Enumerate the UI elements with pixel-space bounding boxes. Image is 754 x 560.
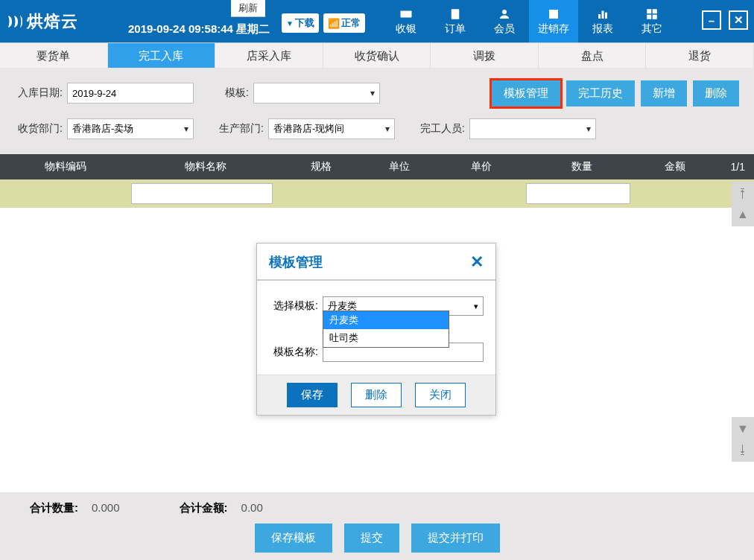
orders-icon: [448, 7, 463, 21]
history-button[interactable]: 完工历史: [566, 80, 635, 106]
svg-rect-4: [598, 14, 601, 19]
template-select[interactable]: [253, 83, 380, 104]
status-button[interactable]: 📶正常: [323, 13, 365, 33]
prod-dept-label: 生产部门:: [216, 122, 268, 136]
tab-return[interactable]: 退货: [646, 43, 754, 68]
scroll-up-group[interactable]: ⭱▲: [732, 182, 754, 226]
nav-reports[interactable]: 报表: [578, 0, 627, 42]
col-code: 物料编码: [0, 160, 131, 174]
footer-actions: 保存模板 提交 提交并打印: [0, 524, 754, 553]
svg-rect-8: [653, 9, 657, 13]
modal-dropdown: 丹麦类 吐司类: [323, 311, 449, 348]
page-indicator: 1/1: [712, 161, 754, 173]
app-name: 烘焙云: [27, 10, 78, 33]
modal-save-button[interactable]: 保存: [287, 383, 338, 407]
app-logo: 烘焙云: [0, 0, 127, 42]
svg-rect-7: [647, 9, 651, 13]
submit-print-button[interactable]: 提交并打印: [411, 524, 500, 553]
recv-dept-label: 收货部门:: [7, 122, 67, 136]
nav-inventory[interactable]: 进销存: [529, 0, 578, 42]
tab-finish-in[interactable]: 完工入库: [108, 43, 216, 68]
arrow-down-icon: ▼: [737, 419, 749, 439]
page-top-icon: ⭱: [737, 183, 749, 204]
modal-name-label: 模板名称:: [269, 346, 323, 359]
svg-rect-3: [549, 10, 558, 19]
sub-tabs: 要货单 完工入库 店采入库 收货确认 调拨 盘点 退货: [0, 42, 754, 68]
nav-members[interactable]: 会员: [480, 0, 529, 42]
dropdown-option[interactable]: 吐司类: [323, 329, 449, 347]
tab-request[interactable]: 要货单: [0, 43, 108, 68]
header-datetime: 2019-09-24 09:58:44 星期二: [128, 22, 270, 36]
total-qty-value: 0.000: [92, 501, 120, 514]
total-amt-label: 合计金额:: [180, 501, 228, 514]
template-modal: 模板管理 ✕ 选择模板: 丹麦类 丹麦类 吐司类 模板名称: 保存 删除 关闭: [256, 243, 496, 416]
download-icon: ▼: [286, 19, 294, 28]
members-icon: [497, 7, 512, 21]
nav-other[interactable]: 其它: [627, 0, 677, 42]
other-icon: [644, 7, 659, 21]
download-button[interactable]: ▼下载: [282, 13, 319, 33]
person-select[interactable]: [469, 118, 596, 139]
col-name: 物料名称: [131, 160, 280, 174]
modal-delete-button[interactable]: 删除: [351, 383, 402, 407]
tab-store-in[interactable]: 店采入库: [215, 43, 323, 68]
template-label: 模板:: [216, 86, 253, 100]
close-window-button[interactable]: ✕: [729, 10, 748, 30]
tab-check[interactable]: 盘点: [539, 43, 647, 68]
recv-dept-select[interactable]: 香港路店-卖场: [67, 118, 194, 139]
prod-dept-select[interactable]: 香港路店-现烤间: [268, 118, 395, 139]
modal-close-button[interactable]: 关闭: [415, 383, 466, 407]
nav-cashier[interactable]: 收银: [381, 0, 431, 42]
add-button[interactable]: 新增: [641, 80, 687, 106]
col-unit: 单位: [362, 160, 437, 174]
row-name-input[interactable]: [131, 183, 273, 204]
date-label: 入库日期:: [7, 86, 67, 100]
total-qty-label: 合计数量:: [30, 501, 78, 514]
page-bottom-icon: ⭳: [737, 439, 749, 460]
save-template-button[interactable]: 保存模板: [255, 524, 332, 553]
totals-bar: 合计数量:0.000 合计金额:0.00: [0, 501, 754, 515]
arrow-up-icon: ▲: [737, 204, 749, 225]
date-input[interactable]: [67, 83, 194, 104]
tab-transfer[interactable]: 调拨: [431, 43, 539, 68]
col-qty: 数量: [526, 160, 638, 174]
col-spec: 规格: [280, 160, 362, 174]
refresh-button[interactable]: 刷新: [231, 0, 265, 17]
minimize-button[interactable]: –: [702, 10, 721, 30]
svg-point-2: [502, 10, 507, 14]
reports-icon: [595, 7, 610, 21]
svg-rect-1: [452, 9, 460, 19]
template-mgmt-button[interactable]: 模板管理: [492, 80, 560, 106]
svg-rect-9: [647, 14, 651, 19]
tab-receive-confirm[interactable]: 收货确认: [323, 43, 431, 68]
svg-rect-10: [653, 14, 657, 19]
app-header: 烘焙云 2019-09-24 09:58:44 星期二 刷新 ▼下载 📶正常 收…: [0, 0, 754, 42]
svg-rect-6: [605, 12, 607, 18]
filter-form: 入库日期: 模板: 模板管理 完工历史 新增 删除 收货部门: 香港路店-卖场 …: [0, 68, 754, 154]
person-label: 完工人员:: [417, 122, 469, 136]
cashier-icon: [399, 7, 414, 21]
delete-button[interactable]: 删除: [693, 80, 739, 106]
modal-title: 模板管理: [269, 253, 323, 271]
main-nav: 收银 订单 会员 进销存 报表 其它: [381, 0, 677, 42]
inventory-icon: [546, 7, 561, 21]
nav-orders[interactable]: 订单: [431, 0, 480, 42]
col-amount: 金额: [638, 160, 712, 174]
table-row: [0, 179, 754, 209]
modal-close-icon[interactable]: ✕: [470, 252, 484, 272]
table-header: 物料编码 物料名称 规格 单位 单价 数量 金额 1/1: [0, 154, 754, 179]
dropdown-option[interactable]: 丹麦类: [323, 311, 449, 329]
total-amt-value: 0.00: [241, 501, 263, 514]
row-qty-input[interactable]: [526, 183, 630, 204]
logo-icon: [6, 13, 24, 31]
wifi-icon: 📶: [328, 18, 340, 29]
svg-rect-5: [602, 10, 604, 19]
col-price: 单价: [437, 160, 526, 174]
scroll-down-group[interactable]: ▼⭳: [732, 417, 754, 462]
svg-rect-0: [401, 10, 412, 17]
submit-button[interactable]: 提交: [344, 524, 399, 553]
modal-select-label: 选择模板:: [269, 299, 323, 313]
